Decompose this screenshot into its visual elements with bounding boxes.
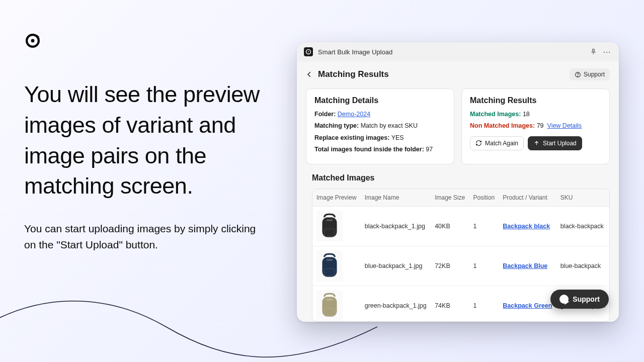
matching-type-label: Matching type: <box>314 122 359 129</box>
app-header: Smart Bulk Image Upload ⋯ <box>297 42 619 61</box>
svg-rect-8 <box>327 219 333 221</box>
more-icon[interactable]: ⋯ <box>603 47 612 56</box>
svg-rect-13 <box>325 308 335 316</box>
match-again-label: Match Again <box>485 140 518 147</box>
cell-position: 1 <box>469 286 499 322</box>
matching-type-value: Match by exact SKU <box>361 122 418 129</box>
cell-position: 1 <box>469 207 499 246</box>
details-title: Matching Details <box>314 96 446 105</box>
total-value: 97 <box>426 146 433 153</box>
svg-point-1 <box>31 39 35 43</box>
matching-details-card: Matching Details Folder: Demo-2024 Match… <box>306 88 454 164</box>
col-size: Image Size <box>431 189 469 207</box>
svg-rect-10 <box>325 268 335 276</box>
replace-label: Replace existing images: <box>314 134 389 141</box>
app-window: Smart Bulk Image Upload ⋯ Matching Resul… <box>297 42 619 322</box>
results-title: Matching Results <box>470 96 601 105</box>
match-again-button[interactable]: Match Again <box>470 136 524 150</box>
matched-images-title: Matched Images <box>297 164 619 187</box>
col-product: Product / Variant <box>499 189 556 207</box>
image-thumbnail <box>316 250 343 282</box>
brand-logo <box>24 32 41 49</box>
cell-sku: blue-backpack <box>556 246 609 286</box>
cell-size: 74KB <box>431 286 469 322</box>
floating-support-label: Support <box>573 295 600 303</box>
svg-point-5 <box>578 75 578 76</box>
headline: You will see the preview images of varia… <box>24 79 266 202</box>
help-icon <box>575 71 581 78</box>
nonmatched-value: 79 <box>537 122 544 129</box>
back-arrow-icon[interactable] <box>306 71 313 78</box>
svg-rect-11 <box>327 259 333 260</box>
cell-name: blue-backpack_1.jpg <box>361 246 431 286</box>
chat-icon <box>559 295 569 304</box>
col-sku: SKU <box>556 189 609 207</box>
image-thumbnail <box>316 290 343 321</box>
cell-name: green-backpack_1.jpg <box>361 286 431 322</box>
start-upload-label: Start Upload <box>543 140 577 147</box>
svg-rect-14 <box>327 299 333 300</box>
support-button-label: Support <box>584 71 605 78</box>
nonmatched-label: Non Matched Images: <box>470 122 535 129</box>
total-label: Total images found inside the folder: <box>314 146 424 153</box>
page-header: Matching Results Support <box>297 61 619 82</box>
support-button[interactable]: Support <box>570 68 610 80</box>
app-title: Smart Bulk Image Upload <box>318 48 392 56</box>
pin-icon[interactable] <box>589 47 598 56</box>
table-row: blue-backpack_1.jpg 72KB 1 Backpack Blue… <box>312 246 609 286</box>
floating-support-button[interactable]: Support <box>550 290 609 309</box>
col-name: Image Name <box>361 189 431 207</box>
svg-rect-7 <box>325 229 335 236</box>
subheadline: You can start uploading images by simply… <box>24 221 266 252</box>
replace-value: YES <box>391 134 404 141</box>
matching-results-card: Matching Results Matched Images: 18 Non … <box>461 88 610 164</box>
cell-size: 72KB <box>431 246 469 286</box>
product-variant-link[interactable]: Backpack Green <box>503 302 552 309</box>
table-row: black-backpack_1.jpg 40KB 1 Backpack bla… <box>312 207 609 246</box>
cell-size: 40KB <box>431 207 469 246</box>
start-upload-button[interactable]: Start Upload <box>528 136 582 150</box>
folder-link[interactable]: Demo-2024 <box>338 111 370 118</box>
marketing-copy: You will see the preview images of varia… <box>24 79 266 252</box>
cell-position: 1 <box>469 246 499 286</box>
product-variant-link[interactable]: Backpack black <box>503 223 550 230</box>
refresh-icon <box>475 140 482 146</box>
app-icon <box>304 47 313 56</box>
matched-label: Matched Images: <box>470 111 521 118</box>
col-position: Position <box>469 189 499 207</box>
view-details-link[interactable]: View Details <box>547 122 582 129</box>
matched-value: 18 <box>523 111 530 118</box>
page-title: Matching Results <box>318 69 389 79</box>
col-preview: Image Preview <box>312 189 361 207</box>
cell-sku: black-backpack <box>556 207 609 246</box>
cell-name: black-backpack_1.jpg <box>361 207 431 246</box>
upload-icon <box>533 140 540 146</box>
product-variant-link[interactable]: Backpack Blue <box>503 262 547 269</box>
svg-point-3 <box>308 51 309 52</box>
image-thumbnail <box>316 211 343 242</box>
folder-label: Folder: <box>314 111 336 118</box>
